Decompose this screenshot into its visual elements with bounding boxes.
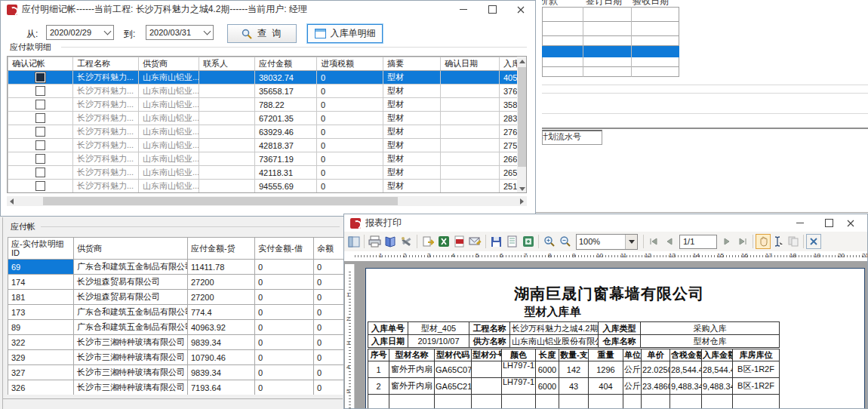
- zoom-level-select[interactable]: 100%: [576, 234, 638, 250]
- payable-detail-row[interactable]: 长沙万科魅力...山东南山铝业...3895.840型材252: [8, 193, 518, 194]
- payables-row[interactable]: 174长沙坦森贸易有限公司2720000: [8, 275, 346, 290]
- supplier-cell[interactable]: 山东南山铝业...: [139, 152, 199, 166]
- scrollbar-thumb[interactable]: [518, 67, 526, 167]
- debit-cell[interactable]: 0: [255, 335, 314, 350]
- inbound-cell[interactable]: 283: [500, 112, 518, 125]
- column-header[interactable]: 供货商: [139, 57, 199, 71]
- plan-serial-field[interactable]: 计划流水号: [542, 130, 602, 145]
- summary-cell[interactable]: 型材: [383, 125, 441, 139]
- to-date-select[interactable]: 2020/03/31: [146, 25, 214, 40]
- credit-cell[interactable]: 9839.34: [188, 335, 255, 350]
- inbound-cell[interactable]: 275: [500, 139, 518, 152]
- confirm-date-cell[interactable]: [441, 152, 500, 166]
- horizontal-scrollbar[interactable]: [7, 196, 527, 206]
- debit-cell[interactable]: 0: [255, 350, 314, 365]
- project-cell[interactable]: 长沙万科魅力...: [73, 139, 139, 152]
- balance-cell[interactable]: 0: [314, 380, 346, 395]
- summary-cell[interactable]: 型材: [383, 193, 441, 194]
- contact-cell[interactable]: [199, 71, 255, 85]
- inbound-cell[interactable]: 252: [500, 193, 518, 194]
- inbound-detail-button[interactable]: 入库单明细: [307, 24, 383, 43]
- hand-tool-icon[interactable]: [756, 234, 771, 249]
- column-header[interactable]: 确认日期: [441, 57, 500, 71]
- scroll-up-arrow[interactable]: [517, 57, 527, 66]
- payable-detail-row[interactable]: 长沙万科魅力...山东南山铝业...42118.310型材265: [8, 166, 518, 180]
- excel-export-icon[interactable]: [436, 234, 451, 250]
- confirm-date-cell[interactable]: [441, 85, 500, 98]
- supplier-cell[interactable]: 山东南山铝业...: [139, 193, 199, 194]
- scrollbar-thumb[interactable]: [43, 197, 398, 205]
- amount-cell[interactable]: 3895.84: [255, 193, 317, 194]
- debit-cell[interactable]: 0: [255, 260, 314, 275]
- summary-cell[interactable]: 型材: [383, 152, 441, 166]
- from-date-select[interactable]: 2020/02/29: [46, 25, 114, 40]
- scroll-right-arrow[interactable]: [517, 196, 527, 206]
- confirm-cell[interactable]: [8, 166, 73, 180]
- confirm-cell[interactable]: [8, 71, 73, 85]
- summary-cell[interactable]: 型材: [383, 85, 441, 98]
- tools-icon[interactable]: [399, 234, 414, 250]
- id-cell[interactable]: 327: [8, 365, 74, 380]
- confirm-cell[interactable]: [8, 139, 73, 152]
- summary-cell[interactable]: 型材: [383, 71, 441, 85]
- project-cell[interactable]: 长沙万科魅力...: [73, 180, 139, 193]
- column-header[interactable]: 余额: [314, 238, 346, 260]
- confirm-cell[interactable]: [8, 85, 73, 98]
- payables-grid-header[interactable]: 应-实付款明细ID供货商应付金额-贷实付金额-借余额: [8, 238, 346, 260]
- debit-cell[interactable]: 0: [255, 320, 314, 335]
- project-cell[interactable]: 长沙万科魅力...: [73, 193, 139, 194]
- confirm-date-cell[interactable]: [441, 193, 500, 194]
- minimize-button[interactable]: [786, 214, 814, 232]
- amount-cell[interactable]: 38032.74: [255, 71, 317, 85]
- close-preview-icon[interactable]: [806, 234, 821, 249]
- id-cell[interactable]: 173: [8, 305, 74, 320]
- tax-cell[interactable]: 0: [317, 71, 383, 85]
- table-row[interactable]: [542, 57, 679, 67]
- confirm-checkbox[interactable]: [35, 127, 45, 137]
- book-icon[interactable]: [383, 234, 399, 250]
- column-header[interactable]: 确认记帐: [8, 57, 73, 71]
- credit-cell[interactable]: 27200: [188, 275, 255, 290]
- payables-row[interactable]: 329长沙市三湘特种玻璃有限公司10790.4600: [8, 350, 346, 365]
- inbound-cell[interactable]: 266: [500, 152, 518, 166]
- supplier-cell[interactable]: 山东南山铝业...: [139, 125, 199, 139]
- tax-cell[interactable]: 0: [317, 112, 383, 125]
- column-header[interactable]: 工程名称: [73, 57, 139, 71]
- credit-cell[interactable]: 27200: [188, 290, 255, 305]
- confirm-cell[interactable]: [8, 125, 73, 139]
- summary-cell[interactable]: 型材: [383, 180, 441, 193]
- amount-cell[interactable]: 94555.69: [255, 180, 317, 193]
- id-cell[interactable]: 326: [8, 380, 74, 395]
- confirm-date-cell[interactable]: [441, 71, 500, 85]
- supplier-cell[interactable]: 山东南山铝业...: [139, 112, 199, 125]
- payable-detail-row[interactable]: 长沙万科魅力...山东南山铝业...38032.740型材405: [8, 71, 518, 85]
- debit-cell[interactable]: 0: [255, 305, 314, 320]
- supplier-cell[interactable]: 长沙市三湘特种玻璃有限公司: [74, 380, 188, 395]
- confirm-date-cell[interactable]: [441, 139, 500, 152]
- query-button[interactable]: 查 询: [227, 24, 297, 43]
- supplier-cell[interactable]: 山东南山铝业...: [139, 98, 199, 112]
- supplier-cell[interactable]: 广东合和建筑五金制品有限公司: [74, 305, 188, 320]
- export-icon[interactable]: [420, 234, 436, 250]
- column-header[interactable]: 应付金额-贷: [188, 238, 255, 260]
- amount-cell[interactable]: 67201.35: [255, 112, 317, 125]
- supplier-cell[interactable]: 山东南山铝业...: [139, 71, 199, 85]
- supplier-cell[interactable]: 山东南山铝业...: [139, 180, 199, 193]
- id-cell[interactable]: 89: [8, 320, 74, 335]
- supplier-cell[interactable]: 山东南山铝业...: [139, 166, 199, 180]
- tax-cell[interactable]: 0: [317, 180, 383, 193]
- project-cell[interactable]: 长沙万科魅力...: [73, 152, 139, 166]
- confirm-cell[interactable]: [8, 180, 73, 193]
- print-icon[interactable]: [367, 234, 383, 250]
- scroll-down-arrow[interactable]: [517, 184, 527, 193]
- contact-cell[interactable]: [199, 152, 255, 166]
- chevron-down-icon[interactable]: [101, 26, 113, 39]
- chevron-down-icon[interactable]: [201, 26, 213, 39]
- id-cell[interactable]: 69: [8, 260, 74, 275]
- confirm-date-cell[interactable]: [441, 98, 500, 112]
- close-button[interactable]: [506, 1, 535, 18]
- confirm-cell[interactable]: [8, 152, 73, 166]
- payables-row[interactable]: 326长沙市三湘特种玻璃有限公司7193.6400: [8, 380, 346, 395]
- supplier-cell[interactable]: 长沙市三湘特种玻璃有限公司: [74, 350, 188, 365]
- id-cell[interactable]: 322: [8, 335, 74, 350]
